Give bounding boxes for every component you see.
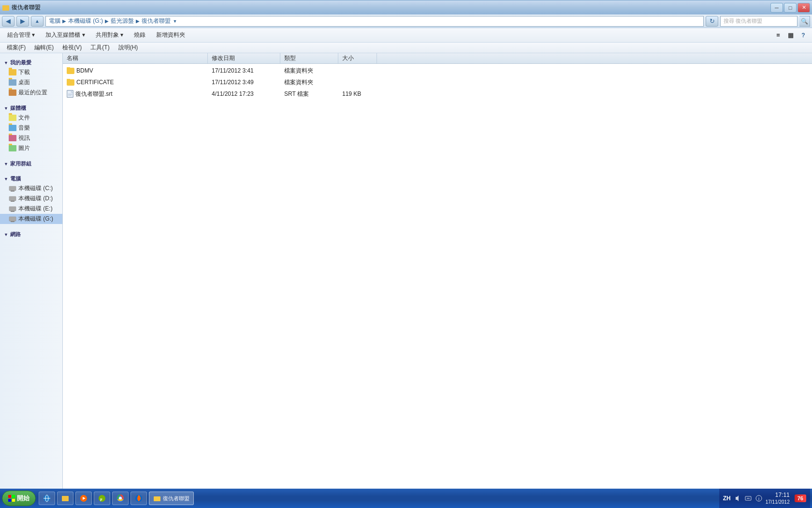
sidebar-group-favorites: ▼ 我的最愛 [0, 56, 62, 67]
svg-marker-29 [736, 495, 739, 501]
menu-file[interactable]: 檔案(F) [3, 43, 29, 53]
taskbar-item-media[interactable] [75, 492, 92, 505]
organize-button[interactable]: 組合管理 ▾ [3, 30, 39, 41]
sidebar-item-music[interactable]: 音樂 [0, 123, 62, 133]
minimize-button[interactable]: ─ [770, 3, 783, 13]
column-header: 名稱 修改日期 類型 大小 [63, 53, 812, 64]
svg-rect-3 [9, 196, 16, 201]
taskbar-item-ie[interactable] [39, 492, 55, 505]
back-button[interactable]: ◀ [2, 16, 14, 27]
details-view-button[interactable]: ▦ [785, 30, 797, 41]
sidebar-item-downloads[interactable]: 下載 [0, 67, 62, 77]
start-button[interactable]: 開始 [2, 491, 36, 506]
svg-rect-14 [12, 495, 15, 498]
taskbar-item-chrome[interactable] [112, 492, 129, 505]
sidebar-item-video[interactable]: 視訊 [0, 133, 62, 143]
taskbar-item-explorer[interactable] [57, 492, 73, 505]
svg-rect-2 [11, 191, 14, 192]
taskbar-active-window[interactable]: 復仇者聯盟 [149, 492, 194, 505]
folder-icon [67, 68, 74, 74]
search-button[interactable]: 🔍 [799, 16, 810, 27]
menu-view[interactable]: 檢視(V) [58, 43, 86, 53]
sidebar-item-desktop[interactable]: 桌面 [0, 77, 62, 88]
svg-rect-8 [11, 221, 14, 222]
network-icon [744, 494, 752, 502]
svg-rect-4 [11, 201, 14, 202]
menu-tools[interactable]: 工具(T) [87, 43, 113, 53]
sidebar-item-drive-d[interactable]: 本機磁碟 (D:) [0, 194, 62, 204]
search-input[interactable]: 搜尋 復仇者聯盟 [720, 16, 798, 27]
add-library-button[interactable]: 加入至媒體櫃 ▾ [41, 30, 89, 41]
menu-help[interactable]: 說明(H) [115, 43, 142, 53]
taskbar-item-utorrent[interactable]: µ [94, 492, 110, 505]
breadcrumb-current[interactable]: 復仇者聯盟 [142, 17, 171, 25]
view-toggle-button[interactable]: ≡ [772, 30, 784, 41]
explorer-icon [61, 494, 69, 502]
col-header-type[interactable]: 類型 [280, 53, 338, 63]
post76-logo: 76 [795, 494, 806, 502]
window-folder-icon [153, 494, 161, 502]
refresh-button[interactable]: ↻ [706, 16, 718, 27]
share-button[interactable]: 共用對象 ▾ [91, 30, 128, 41]
folder-icon [67, 79, 74, 86]
main-area: ▼ 我的最愛 下載 桌面 最近的位置 ▼ 媒體櫃 文件 音樂 視訊 [0, 53, 812, 490]
toolbar: 組合管理 ▾ 加入至媒體櫃 ▾ 共用對象 ▾ 燒錄 新增資料夾 ≡ ▦ ? [0, 28, 812, 43]
svg-rect-15 [8, 499, 11, 502]
table-row[interactable]: CERTIFICATE 17/11/2012 3:49 檔案資料夾 [63, 76, 812, 88]
forward-button[interactable]: ▶ [16, 16, 29, 27]
system-tray: ZH i 17:11 17/11/2012 76 [719, 489, 810, 508]
menu-edit[interactable]: 編輯(E) [30, 43, 58, 53]
sidebar-item-drive-g[interactable]: 本機磁碟 (G:) [0, 214, 62, 224]
sidebar-group-library: ▼ 媒體櫃 [0, 102, 62, 113]
system-clock[interactable]: 17:11 17/11/2012 [766, 492, 790, 506]
menubar: 檔案(F) 編輯(E) 檢視(V) 工具(T) 說明(H) [0, 43, 812, 53]
file-list: BDMV 17/11/2012 3:41 檔案資料夾 CERTIFICATE 1… [63, 64, 812, 490]
breadcrumb-bluray[interactable]: 藍光源盤 [111, 17, 134, 25]
svg-rect-1 [9, 186, 16, 191]
window-icon [2, 4, 10, 12]
help-button[interactable]: ? [798, 30, 809, 41]
new-folder-button[interactable]: 新增資料夾 [152, 30, 189, 41]
addressbar: ◀ ▶ ▲ 電腦 ▶ 本機磁碟 (G:) ▶ 藍光源盤 ▶ 復仇者聯盟 ▼ ↻ … [0, 15, 812, 28]
maximize-button[interactable]: □ [784, 3, 797, 13]
svg-text:µ: µ [100, 497, 102, 501]
titlebar-controls: ─ □ ✕ [770, 3, 810, 13]
svg-text:i: i [758, 496, 759, 501]
breadcrumb-drive[interactable]: 本機磁碟 (G:) [68, 17, 103, 25]
taskbar: 開始 µ [0, 489, 812, 508]
up-button[interactable]: ▲ [31, 16, 44, 27]
titlebar-title: 復仇者聯盟 [12, 3, 41, 12]
sidebar: ▼ 我的最愛 下載 桌面 最近的位置 ▼ 媒體櫃 文件 音樂 視訊 [0, 53, 63, 490]
utorrent-icon: µ [98, 494, 106, 502]
sidebar-item-documents[interactable]: 文件 [0, 113, 62, 123]
info-icon: i [755, 494, 763, 502]
close-button[interactable]: ✕ [798, 3, 810, 13]
col-header-date[interactable]: 修改日期 [208, 53, 280, 63]
media-icon [80, 494, 87, 502]
sidebar-item-drive-c[interactable]: 本機磁碟 (C:) [0, 183, 62, 194]
sidebar-item-drive-e[interactable]: 本機磁碟 (E:) [0, 204, 62, 214]
burn-button[interactable]: 燒錄 [130, 30, 150, 41]
chrome-icon [116, 494, 124, 502]
firefox-icon [135, 494, 143, 502]
speaker-icon [734, 494, 741, 502]
taskbar-item-firefox[interactable] [130, 492, 147, 505]
svg-rect-6 [11, 211, 14, 212]
svg-rect-7 [9, 217, 16, 221]
sidebar-group-homegroup: ▼ 家用群組 [0, 157, 62, 168]
col-header-name[interactable]: 名稱 [63, 53, 208, 63]
svg-rect-16 [12, 499, 15, 502]
svg-rect-5 [9, 207, 16, 211]
sidebar-item-recent[interactable]: 最近的位置 [0, 88, 62, 98]
table-row[interactable]: 復仇者聯盟.srt 4/11/2012 17:23 SRT 檔案 119 KB [63, 88, 812, 100]
breadcrumb-computer[interactable]: 電腦 [49, 17, 60, 25]
table-row[interactable]: BDMV 17/11/2012 3:41 檔案資料夾 [63, 65, 812, 76]
breadcrumb-dropdown[interactable]: ▼ [173, 16, 177, 26]
sidebar-item-pictures[interactable]: 圖片 [0, 143, 62, 153]
sidebar-group-network: ▼ 網路 [0, 228, 62, 239]
titlebar-left: 復仇者聯盟 [2, 3, 41, 12]
col-header-size[interactable]: 大小 [338, 53, 377, 63]
address-path[interactable]: 電腦 ▶ 本機磁碟 (G:) ▶ 藍光源盤 ▶ 復仇者聯盟 ▼ [45, 16, 704, 27]
ie-icon [43, 494, 51, 502]
svg-point-26 [119, 497, 122, 500]
